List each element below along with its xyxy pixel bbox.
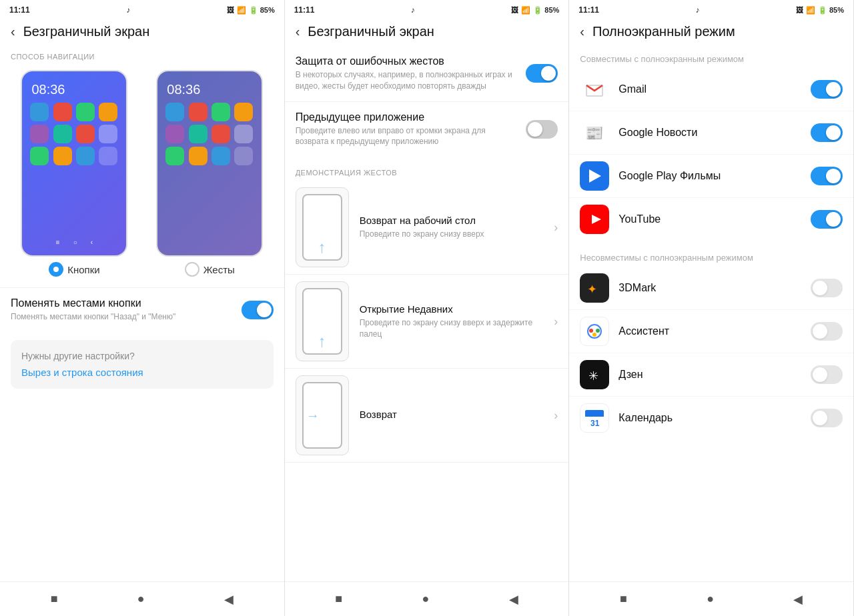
battery-icon-1: 🔋 85%	[249, 6, 275, 15]
radio-active[interactable]	[49, 262, 63, 277]
dot	[30, 125, 49, 143]
dot	[30, 147, 49, 165]
setting-row-misfire: Защита от ошибочных жестов В некоторых с…	[285, 46, 569, 101]
gplay-icon	[580, 161, 609, 191]
gestures-radio[interactable]: Жесты	[185, 262, 235, 277]
gesture-preview-recent: ↑	[296, 281, 349, 361]
toggle-thumb	[826, 169, 841, 183]
misfire-text: Защита от ошибочных жестов В некоторых с…	[296, 55, 518, 92]
gplay-toggle[interactable]	[811, 167, 843, 185]
more-settings-question: Нужны другие настройки?	[21, 351, 263, 361]
dot	[53, 103, 72, 121]
3dmark-toggle[interactable]	[811, 279, 843, 297]
phone-time-gestures: 08:36	[163, 77, 256, 100]
back-button-1[interactable]: ‹	[11, 24, 15, 39]
dot	[165, 103, 184, 121]
battery-icon-2: 🔋 85%	[533, 6, 559, 15]
nav-back-icon: ‹	[91, 239, 93, 246]
gesture-home[interactable]: ↑ Возврат на рабочий стол Проведите по э…	[285, 181, 569, 275]
section-nav-label: СПОСОБ НАВИГАЦИИ	[0, 46, 284, 65]
nav-options: 08:36	[0, 65, 284, 285]
gesture-up-hold-arrow: ↑	[318, 332, 326, 351]
gesture-home-text: Возврат на рабочий стол Проведите по экр…	[360, 215, 544, 240]
status-icons-1: 🖼 📶 🔋 85%	[227, 6, 275, 15]
setting-row-prev-app: Предыдущее приложение Проведите влево ил…	[285, 101, 569, 157]
misfire-title: Защита от ошибочных жестов	[296, 55, 518, 67]
toggle-thumb	[528, 122, 542, 137]
gestures-demo-label: ДЕМОНСТРАЦИЯ ЖЕСТОВ	[285, 162, 569, 181]
nav-circle-1[interactable]: ●	[137, 592, 145, 606]
nav-menu-icon: ≡	[56, 239, 60, 246]
gmail-toggle[interactable]	[811, 80, 843, 99]
dot	[76, 125, 95, 143]
calendar-toggle[interactable]	[811, 409, 843, 427]
dot	[165, 125, 184, 143]
radio-inactive[interactable]	[185, 262, 199, 277]
youtube-name: YouTube	[618, 213, 801, 225]
gesture-phone-back: →	[302, 382, 342, 449]
swap-toggle[interactable]	[242, 301, 274, 319]
gestures-label: Жесты	[203, 264, 235, 275]
gesture-recent[interactable]: ↑ Открытие Недавних Проведите по экрану …	[285, 275, 569, 369]
3dmark-name: 3DMark	[618, 282, 801, 294]
gplay-name: Google Play Фильмы	[618, 170, 801, 182]
chevron-back: ›	[554, 409, 558, 423]
svg-rect-15	[585, 414, 604, 417]
gesture-recent-title: Открытие Недавних	[360, 303, 544, 315]
back-button-3[interactable]: ‹	[580, 24, 584, 39]
nav-back-1[interactable]: ◀	[224, 592, 234, 607]
panel-3: 11:11 ♪ 🖼 📶 🔋 85% ‹ Полноэкранный режим …	[569, 0, 854, 616]
toggle-thumb	[813, 411, 827, 425]
time-3: 11:11	[578, 5, 599, 15]
nav-option-gestures[interactable]: 08:36	[146, 70, 274, 277]
buttons-label: Кнопки	[67, 264, 99, 275]
svg-text:✳: ✳	[588, 369, 598, 383]
calendar-icon: 31	[580, 403, 609, 433]
back-button-2[interactable]: ‹	[296, 24, 300, 39]
dot	[76, 103, 95, 121]
buttons-radio[interactable]: Кнопки	[49, 262, 99, 277]
image-icon-2: 🖼	[511, 6, 518, 14]
nav-back-2[interactable]: ◀	[509, 592, 518, 607]
header-3: ‹ Полноэкранный режим	[569, 19, 853, 46]
phone-grid-gestures	[163, 100, 256, 237]
status-bar-1: 11:11 ♪ 🖼 📶 🔋 85%	[0, 0, 284, 19]
gnews-toggle[interactable]	[811, 123, 843, 142]
status-bar-2: 11:11 ♪ 🖼 📶 🔋 85%	[285, 0, 569, 19]
misfire-toggle[interactable]	[526, 64, 558, 83]
gesture-back[interactable]: → Возврат ›	[285, 369, 569, 463]
nav-option-buttons[interactable]: 08:36	[11, 70, 138, 277]
app-row-gmail: Gmail	[569, 68, 853, 111]
dot	[211, 103, 230, 121]
gesture-phone: ↑	[302, 194, 342, 261]
dot	[234, 125, 253, 143]
toggle-thumb	[826, 125, 841, 140]
dzen-toggle[interactable]	[811, 365, 843, 384]
prev-app-toggle[interactable]	[526, 120, 558, 139]
more-settings-link[interactable]: Вырез и строка состояния	[21, 367, 263, 378]
dot	[53, 125, 72, 143]
gesture-home-title: Возврат на рабочий стол	[360, 215, 544, 226]
gesture-phone-recent: ↑	[302, 288, 342, 355]
nav-square-3[interactable]: ■	[620, 592, 627, 606]
dzen-name: Дзен	[618, 369, 801, 381]
youtube-toggle[interactable]	[811, 210, 843, 229]
nav-square-2[interactable]: ■	[335, 592, 342, 606]
phone-preview-gestures: 08:36	[156, 70, 263, 257]
prev-app-title: Предыдущее приложение	[296, 111, 518, 123]
nav-square-1[interactable]: ■	[51, 592, 58, 606]
dot	[211, 147, 230, 165]
page-title-2: Безграничный экран	[308, 24, 434, 39]
wifi-icon-3: 📶	[806, 6, 815, 15]
gnews-icon: 📰	[580, 118, 609, 147]
panel-2: 11:11 ♪ 🖼 📶 🔋 85% ‹ Безграничный экран З…	[285, 0, 570, 616]
3dmark-icon: ✦	[580, 273, 609, 303]
nav-back-3[interactable]: ◀	[793, 592, 803, 607]
app-row-youtube: YouTube	[569, 197, 853, 241]
status-bar-3: 11:11 ♪ 🖼 📶 🔋 85%	[569, 0, 853, 19]
svg-rect-0	[584, 79, 605, 100]
assistant-toggle[interactable]	[811, 322, 843, 341]
dot	[30, 103, 49, 121]
nav-circle-3[interactable]: ●	[707, 592, 714, 606]
nav-circle-2[interactable]: ●	[422, 592, 429, 606]
